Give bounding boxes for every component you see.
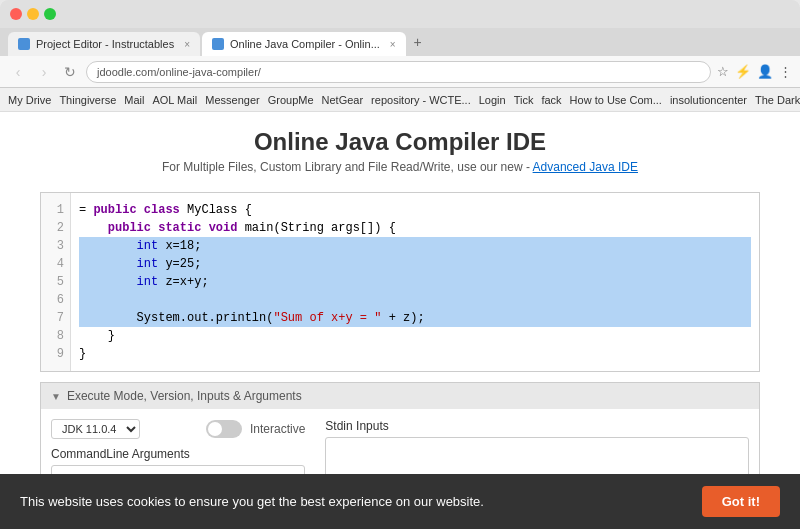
subtitle-text: For Multiple Files, Custom Library and F… [162, 160, 530, 174]
line-num-6: 6 [47, 291, 64, 309]
bookmarks-bar: My Drive Thingiverse Mail AOL Mail Messe… [0, 88, 800, 112]
jdk-version-select[interactable]: JDK 11.0.4 [51, 419, 140, 439]
collapse-arrow-icon: ▼ [51, 391, 61, 402]
new-tab-button[interactable]: + [408, 32, 428, 52]
bookmark-groupme[interactable]: GroupMe [268, 94, 314, 106]
execute-header-label: Execute Mode, Version, Inputs & Argument… [67, 389, 302, 403]
jdk-select-row: JDK 11.0.4 Interactive [51, 419, 305, 439]
code-editor-container: 1 2 3 4 5 6 7 8 9 = public class MyClass… [40, 192, 760, 372]
page-subtitle: For Multiple Files, Custom Library and F… [0, 160, 800, 174]
traffic-lights [10, 8, 56, 20]
code-line-1: = public class MyClass { [79, 201, 751, 219]
code-content[interactable]: = public class MyClass { public static v… [71, 193, 759, 371]
bookmark-mail[interactable]: Mail [124, 94, 144, 106]
cookie-banner: This website uses cookies to ensure you … [0, 474, 800, 529]
line-num-7: 7 [47, 309, 64, 327]
line-numbers: 1 2 3 4 5 6 7 8 9 [41, 193, 71, 371]
code-line-5: int z=x+y; [79, 273, 751, 291]
stdin-label: Stdin Inputs [325, 419, 749, 433]
execute-header[interactable]: ▼ Execute Mode, Version, Inputs & Argume… [41, 383, 759, 409]
line-num-3: 3 [47, 237, 64, 255]
maximize-button[interactable] [44, 8, 56, 20]
bookmark-aolmail[interactable]: AOL Mail [152, 94, 197, 106]
extensions-icon[interactable]: ⚡ [735, 64, 751, 79]
code-editor[interactable]: 1 2 3 4 5 6 7 8 9 = public class MyClass… [41, 193, 759, 371]
bookmark-thingiverse[interactable]: Thingiverse [59, 94, 116, 106]
tab-close-active-icon[interactable]: × [390, 39, 396, 50]
bookmark-darkcrystal[interactable]: The Dark Crystal... [755, 94, 800, 106]
interactive-toggle-switch[interactable] [206, 420, 242, 438]
line-num-4: 4 [47, 255, 64, 273]
title-bar [0, 0, 800, 28]
bookmark-fack[interactable]: fack [541, 94, 561, 106]
bookmark-how-to[interactable]: How to Use Com... [570, 94, 662, 106]
profile-icon[interactable]: 👤 [757, 64, 773, 79]
close-button[interactable] [10, 8, 22, 20]
line-num-1: 1 [47, 201, 64, 219]
bookmark-repository[interactable]: repository - WCTE... [371, 94, 471, 106]
content-area: Online Java Compiler IDE For Multiple Fi… [0, 112, 800, 529]
tab-bar: Project Editor - Instructables × Online … [0, 28, 800, 56]
minimize-button[interactable] [27, 8, 39, 20]
bookmark-mydrive[interactable]: My Drive [8, 94, 51, 106]
tab-favicon [18, 38, 30, 50]
code-line-9: } [79, 345, 751, 363]
back-button[interactable]: ‹ [8, 64, 28, 80]
cookie-text: This website uses cookies to ensure you … [20, 494, 702, 509]
tab-project-editor[interactable]: Project Editor - Instructables × [8, 32, 200, 56]
page-content: Online Java Compiler IDE For Multiple Fi… [0, 112, 800, 529]
interactive-label: Interactive [250, 422, 305, 436]
address-bar: ‹ › ↻ jdoodle.com/online-java-compiler/ … [0, 56, 800, 88]
tab-close-icon[interactable]: × [184, 39, 190, 50]
tab-java-compiler[interactable]: Online Java Compiler - Onlin... × [202, 32, 406, 56]
interactive-toggle-row: Interactive [206, 420, 305, 438]
bookmark-messenger[interactable]: Messenger [205, 94, 259, 106]
code-line-6 [79, 291, 751, 309]
code-line-8: } [79, 327, 751, 345]
advanced-ide-link[interactable]: Advanced Java IDE [533, 160, 638, 174]
tab-label-active: Online Java Compiler - Onlin... [230, 38, 380, 50]
url-bar[interactable]: jdoodle.com/online-java-compiler/ [86, 61, 711, 83]
code-line-2: public static void main(String args[]) { [79, 219, 751, 237]
code-line-7: System.out.println("Sum of x+y = " + z); [79, 309, 751, 327]
bookmark-netgear[interactable]: NetGear [322, 94, 364, 106]
forward-button[interactable]: › [34, 64, 54, 80]
star-icon[interactable]: ☆ [717, 64, 729, 79]
bookmark-tick[interactable]: Tick [514, 94, 534, 106]
page-header: Online Java Compiler IDE For Multiple Fi… [0, 112, 800, 182]
page-title: Online Java Compiler IDE [0, 128, 800, 156]
line-num-9: 9 [47, 345, 64, 363]
line-num-2: 2 [47, 219, 64, 237]
settings-icon[interactable]: ⋮ [779, 64, 792, 79]
tab-favicon-active [212, 38, 224, 50]
bookmark-insolution[interactable]: insolutioncenter [670, 94, 747, 106]
line-num-8: 8 [47, 327, 64, 345]
code-line-3: int x=18; [79, 237, 751, 255]
bookmark-login[interactable]: Login [479, 94, 506, 106]
refresh-button[interactable]: ↻ [60, 64, 80, 80]
url-text: jdoodle.com/online-java-compiler/ [97, 66, 261, 78]
tab-label: Project Editor - Instructables [36, 38, 174, 50]
line-num-5: 5 [47, 273, 64, 291]
browser-nav-icons: ☆ ⚡ 👤 ⋮ [717, 64, 792, 79]
got-it-button[interactable]: Got it! [702, 486, 780, 517]
cmdline-label: CommandLine Arguments [51, 447, 305, 461]
code-line-4: int y=25; [79, 255, 751, 273]
